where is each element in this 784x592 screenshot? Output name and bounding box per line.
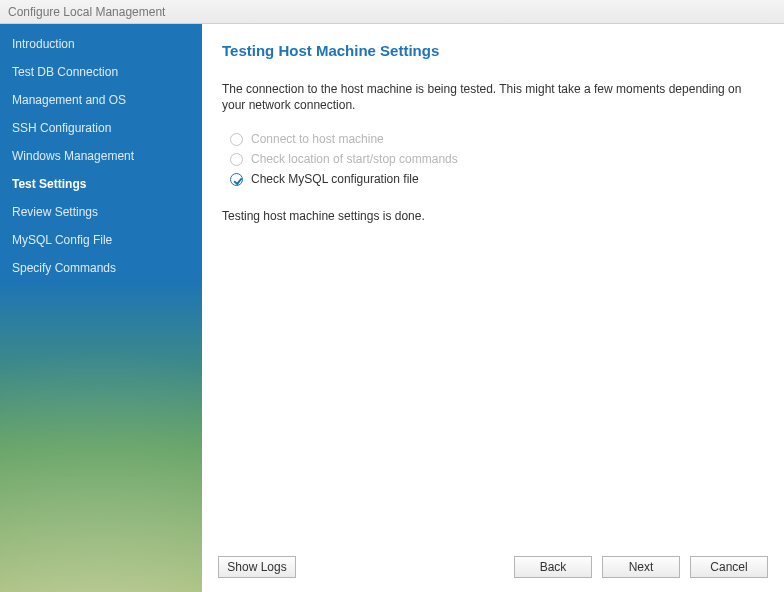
sidebar-item-test-db-connection[interactable]: Test DB Connection: [0, 58, 202, 86]
cancel-button[interactable]: Cancel: [690, 556, 768, 578]
steps-sidebar: Introduction Test DB Connection Manageme…: [0, 24, 202, 592]
checks-list: Connect to host machine Check location o…: [230, 129, 764, 189]
sidebar-item-ssh-configuration[interactable]: SSH Configuration: [0, 114, 202, 142]
sidebar-item-mysql-config-file[interactable]: MySQL Config File: [0, 226, 202, 254]
circle-empty-icon: [230, 153, 243, 166]
next-button[interactable]: Next: [602, 556, 680, 578]
check-mysql-config: Check MySQL configuration file: [230, 169, 764, 189]
titlebar: Configure Local Management: [0, 0, 784, 24]
sidebar-item-windows-management[interactable]: Windows Management: [0, 142, 202, 170]
check-label: Connect to host machine: [251, 132, 384, 146]
dialog-body: Introduction Test DB Connection Manageme…: [0, 24, 784, 592]
circle-empty-icon: [230, 133, 243, 146]
status-text: Testing host machine settings is done.: [222, 209, 764, 223]
sidebar-item-management-and-os[interactable]: Management and OS: [0, 86, 202, 114]
sidebar-item-review-settings[interactable]: Review Settings: [0, 198, 202, 226]
page-description: The connection to the host machine is be…: [222, 81, 752, 113]
back-button[interactable]: Back: [514, 556, 592, 578]
page-title: Testing Host Machine Settings: [222, 42, 764, 59]
check-label: Check location of start/stop commands: [251, 152, 458, 166]
main-panel: Testing Host Machine Settings The connec…: [202, 24, 784, 592]
dialog-window: Configure Local Management Introduction …: [0, 0, 784, 592]
nav-buttons: Back Next Cancel: [514, 556, 768, 578]
sidebar-item-test-settings[interactable]: Test Settings: [0, 170, 202, 198]
check-connect-host: Connect to host machine: [230, 129, 764, 149]
show-logs-button[interactable]: Show Logs: [218, 556, 296, 578]
window-title: Configure Local Management: [8, 5, 165, 19]
check-start-stop-location: Check location of start/stop commands: [230, 149, 764, 169]
check-label: Check MySQL configuration file: [251, 172, 419, 186]
sidebar-item-specify-commands[interactable]: Specify Commands: [0, 254, 202, 282]
sidebar-item-introduction[interactable]: Introduction: [0, 30, 202, 58]
button-bar: Show Logs Back Next Cancel: [218, 556, 768, 578]
circle-check-icon: [230, 173, 243, 186]
